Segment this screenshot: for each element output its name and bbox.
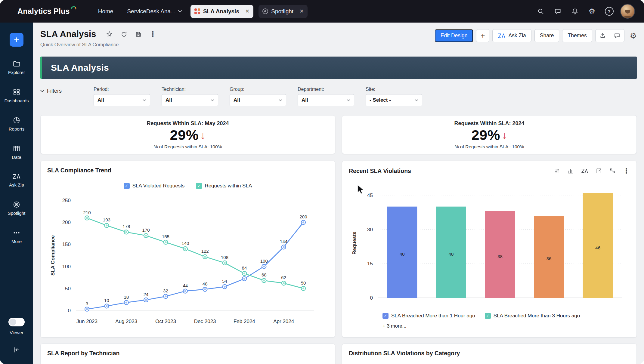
add-button[interactable]: + [476,29,489,42]
filter-technician: Technician: All [162,87,218,106]
svg-text:40: 40 [400,251,405,257]
nav-home[interactable]: Home [98,8,113,15]
legend-within-sla[interactable]: Requests within SLA [196,183,252,189]
edit-design-button[interactable]: Edit Design [435,29,473,42]
table-icon [13,145,20,153]
sidebar-item-data[interactable]: Data [12,145,21,160]
svg-text:144: 144 [280,239,287,244]
comment-icon[interactable] [610,29,624,42]
sidebar-item-spotlight[interactable]: Spotlight [8,201,25,216]
sla-trend-card: SLA Compliance Trend SLA Violated Reques… [40,161,335,338]
app-logo[interactable]: Analytics Plus [17,7,76,16]
svg-text:30: 30 [367,227,373,232]
sidebar-item-more[interactable]: More [11,229,22,244]
grid-icon [13,88,20,96]
page-header: SLA Analysis Quick Overview of SLA Compl… [40,29,637,48]
themes-button[interactable]: Themes [562,29,592,42]
svg-text:108: 108 [221,255,228,260]
viewer-toggle[interactable] [8,318,25,326]
tab-spotlight[interactable]: Spotlight [259,5,308,18]
svg-text:0: 0 [370,295,373,301]
charts-row: SLA Compliance Trend SLA Violated Reques… [40,161,637,338]
close-tab-icon[interactable] [299,8,304,14]
sidebar-item-reports[interactable]: Reports [9,116,25,131]
more-options-icon[interactable] [150,30,156,38]
line-chart[interactable]: 050100150200250SLA ComplianceJun 2023Aug… [47,191,329,327]
main-content: SLA Analysis Quick Overview of SLA Compl… [33,23,644,364]
tab-sla-analysis[interactable]: SLA Analysis [190,5,253,18]
trend-down-arrow: ↓ [502,130,507,141]
filter-group-select[interactable]: All [230,94,286,106]
share-button[interactable]: Share [534,29,559,42]
legend-sla-violated[interactable]: SLA Violated Requests [124,183,185,189]
legend-breached-3h[interactable]: SLA Breached More than 3 Hours ago [485,313,580,319]
sidebar-item-dashboards[interactable]: Dashboards [5,88,29,103]
filter-site-select[interactable]: - Select - [366,94,422,106]
logo-swoosh-icon [70,6,76,12]
page-subtitle: Quick Overview of SLA Compliance [40,42,156,48]
nav-servicedesk[interactable]: ServiceDesk Ana... [127,8,182,15]
sla-technician-card: SLA Report by Technician [40,344,335,364]
ask-zia-button[interactable]: Ask Zia [492,29,531,42]
checkbox-checked-icon [485,313,491,319]
legend-breached-1h[interactable]: SLA Breached More than 1 Hour ago [382,313,475,319]
svg-text:Jun 2023: Jun 2023 [76,319,98,324]
svg-text:84: 84 [242,265,247,270]
chart-title: Recent SLA Violations [349,168,411,174]
bottom-row: SLA Report by Technician Distribution SL… [40,344,637,364]
favorite-star-icon[interactable] [106,31,113,38]
legend-more-link[interactable]: + 3 more... [382,323,630,329]
svg-text:Dec 2023: Dec 2023 [194,319,216,324]
filter-site: Site: - Select - [366,87,422,106]
svg-text:170: 170 [142,227,150,233]
svg-text:50: 50 [65,285,71,291]
svg-text:45: 45 [367,192,373,198]
checkbox-checked-icon [124,183,130,189]
filters-toggle[interactable]: Filters [40,88,79,94]
filter-department-select[interactable]: All [298,94,354,106]
collapse-sidebar-icon[interactable] [13,346,20,354]
svg-text:210: 210 [83,210,91,215]
sidebar-item-explorer[interactable]: Explorer [8,60,25,75]
svg-text:150: 150 [62,242,71,247]
expand-icon[interactable] [609,168,615,174]
svg-text:140: 140 [181,241,189,246]
svg-text:38: 38 [497,254,503,259]
export-icon[interactable] [596,29,610,42]
open-in-new-icon[interactable] [596,168,602,174]
save-icon[interactable] [135,31,142,38]
kpi-value: 29% [471,127,500,143]
viewer-label: Viewer [10,330,23,335]
sort-icon[interactable] [554,168,560,174]
filter-group: Group: All [230,87,286,106]
filter-technician-select[interactable]: All [162,94,218,106]
chat-icon[interactable] [552,5,564,17]
chart-title: SLA Compliance Trend [47,167,111,174]
more-dots-icon [13,229,20,237]
app-logo-text: Analytics Plus [17,7,70,16]
gear-icon[interactable] [586,5,598,17]
sidebar-item-ask-zia[interactable]: Ask Zia [9,173,24,187]
settings-gear-icon[interactable] [630,32,637,40]
checkbox-checked-icon [382,313,389,319]
user-avatar[interactable] [620,4,635,19]
refresh-icon[interactable] [121,31,127,38]
create-new-button[interactable]: + [10,33,23,47]
pie-chart-icon [13,116,20,124]
help-icon[interactable]: ? [603,5,615,17]
chevron-down-icon [40,90,44,92]
svg-text:SLA Compliance: SLA Compliance [50,235,56,275]
spotlight-icon [262,8,268,14]
close-tab-icon[interactable] [245,8,249,14]
target-icon [13,201,20,208]
chart-type-icon[interactable] [568,168,574,174]
zia-icon[interactable] [581,168,588,174]
bar-chart[interactable]: 0153045Requests4040383646 [349,184,630,305]
search-icon[interactable] [534,5,546,17]
filter-period-select[interactable]: All [94,94,150,106]
more-options-icon[interactable] [623,167,630,175]
sidebar-footer: Viewer [8,318,25,364]
top-nav: Home ServiceDesk Ana... [98,8,182,15]
svg-text:200: 200 [62,220,71,225]
bell-icon[interactable] [569,5,581,17]
